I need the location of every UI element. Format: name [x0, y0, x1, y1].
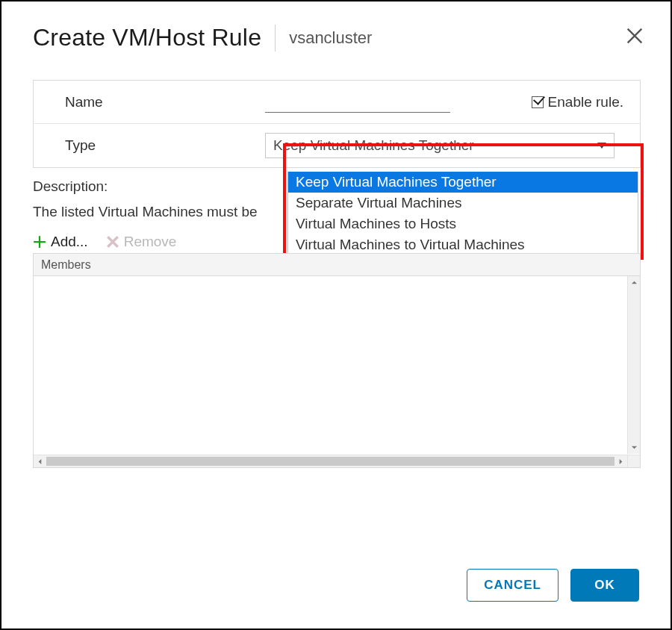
scroll-up-icon[interactable] — [628, 276, 641, 289]
remove-button[interactable]: Remove — [106, 234, 177, 250]
form-table: Name Enable rule. Type Keep Virtual Mach… — [33, 80, 641, 168]
scroll-down-icon[interactable] — [628, 441, 641, 454]
dialog-header: Create VM/Host Rule vsancluster — [1, 1, 671, 65]
title-separator — [275, 25, 276, 52]
close-icon — [624, 25, 645, 46]
chevron-down-icon — [597, 143, 606, 149]
dialog-title: Create VM/Host Rule — [33, 24, 261, 52]
type-option-vm-to-vm[interactable]: Virtual Machines to Virtual Machines — [288, 234, 638, 255]
dialog-context: vsancluster — [289, 28, 372, 48]
type-option-keep-together[interactable]: Keep Virtual Machines Together — [288, 172, 638, 193]
plus-icon — [33, 235, 46, 249]
type-row: Type Keep Virtual Machines Together — [34, 124, 640, 167]
cancel-button[interactable]: CANCEL — [467, 569, 559, 602]
scroll-left-icon[interactable] — [34, 455, 46, 468]
type-select[interactable]: Keep Virtual Machines Together — [265, 133, 615, 158]
create-vm-host-rule-dialog: Create VM/Host Rule vsancluster Name Ena… — [0, 0, 672, 630]
add-button[interactable]: Add... — [33, 234, 88, 250]
remove-button-label: Remove — [124, 234, 177, 250]
ok-button[interactable]: OK — [570, 569, 639, 602]
members-grid: Members — [33, 253, 641, 468]
type-dropdown-list: Keep Virtual Machines Together Separate … — [287, 172, 638, 256]
type-select-value: Keep Virtual Machines Together — [273, 137, 474, 154]
name-field: Enable rule. — [265, 92, 640, 113]
name-row: Name Enable rule. — [34, 81, 640, 124]
type-option-separate[interactable]: Separate Virtual Machines — [288, 193, 638, 213]
dialog-footer: CANCEL OK — [467, 569, 639, 602]
scrollbar-thumb[interactable] — [46, 457, 615, 466]
scroll-right-icon[interactable] — [615, 455, 627, 468]
scrollbar-corner — [627, 455, 640, 467]
enable-rule-label: Enable rule. — [548, 94, 623, 110]
add-button-label: Add... — [51, 234, 88, 250]
checkbox-checked-icon — [532, 96, 544, 108]
x-icon — [106, 235, 119, 249]
type-option-vm-to-hosts[interactable]: Virtual Machines to Hosts — [288, 213, 638, 234]
type-field: Keep Virtual Machines Together — [265, 133, 640, 158]
members-grid-body[interactable] — [34, 276, 626, 454]
name-input[interactable] — [265, 92, 450, 113]
members-grid-header: Members — [34, 254, 640, 276]
close-button[interactable] — [624, 25, 645, 46]
type-label: Type — [34, 137, 265, 154]
horizontal-scrollbar[interactable] — [34, 455, 627, 467]
vertical-scrollbar[interactable] — [627, 276, 640, 454]
name-label: Name — [34, 94, 265, 110]
enable-rule-checkbox-wrap[interactable]: Enable rule. — [532, 94, 623, 110]
